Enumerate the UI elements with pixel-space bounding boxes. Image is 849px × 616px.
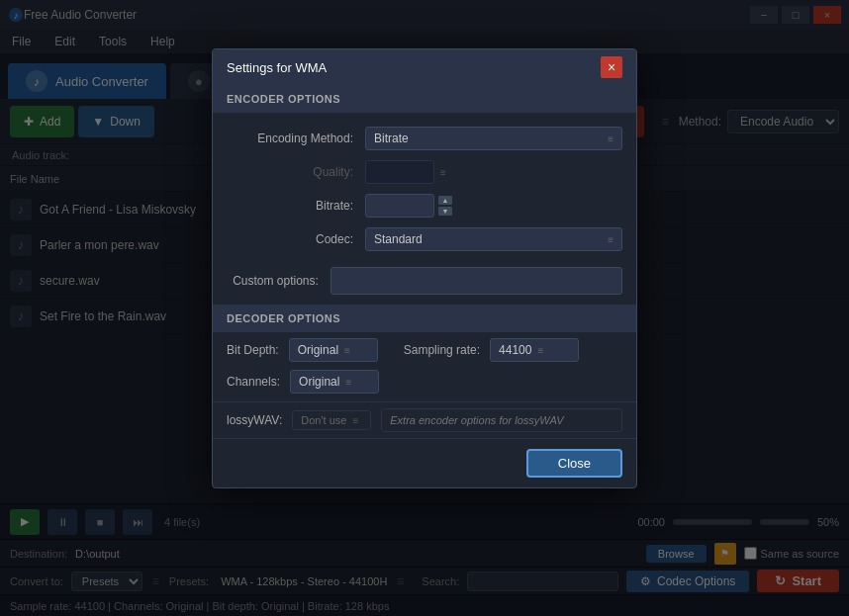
bitrate-spinner: ▲ ▼: [438, 195, 452, 217]
custom-options-input[interactable]: [330, 267, 622, 295]
channels-row: Channels: Original ≡: [213, 370, 636, 394]
custom-options-label: Custom options:: [227, 274, 330, 288]
encoder-section-title: Encoder Options: [213, 85, 636, 113]
encoding-method-label: Encoding Method:: [227, 132, 365, 145]
settings-modal: Settings for WMA × Encoder Options Encod…: [212, 48, 637, 488]
lossy-chevron: ≡: [352, 415, 358, 426]
bitrate-down[interactable]: ▼: [438, 207, 452, 216]
bit-depth-chevron: ≡: [344, 345, 350, 356]
lossy-select[interactable]: Don't use ≡: [292, 410, 371, 430]
channels-label: Channels:: [227, 375, 280, 389]
bitrate-row: Bitrate: 128 ▲ ▼: [227, 194, 622, 218]
quality-row: Quality: 75 ≡: [227, 160, 622, 184]
custom-options-section: Custom options:: [227, 267, 622, 295]
bitrate-up[interactable]: ▲: [438, 196, 452, 205]
bit-depth-label: Bit Depth:: [227, 343, 279, 357]
modal-footer: Close: [213, 438, 636, 487]
lossy-label: lossyWAV:: [227, 413, 282, 427]
channels-select[interactable]: Original ≡: [290, 370, 379, 394]
bit-depth-select[interactable]: Original ≡: [289, 338, 378, 362]
encoding-method-row: Encoding Method: Bitrate ≡: [227, 127, 622, 150]
modal-title: Settings for WMA: [227, 60, 327, 75]
modal-close-x-button[interactable]: ×: [601, 56, 622, 78]
lossy-row: lossyWAV: Don't use ≡: [213, 401, 636, 438]
modal-overlay: Settings for WMA × Encoder Options Encod…: [0, 0, 849, 616]
sampling-rate-label: Sampling rate:: [404, 343, 480, 357]
bitrate-input[interactable]: 128: [365, 194, 434, 218]
custom-options-row: Custom options:: [227, 267, 622, 295]
bitrate-label: Bitrate:: [227, 199, 365, 213]
codec-chevron: ≡: [608, 234, 613, 245]
modal-close-button[interactable]: Close: [526, 449, 622, 478]
modal-titlebar: Settings for WMA ×: [213, 49, 636, 85]
sampling-rate-chevron: ≡: [537, 345, 543, 356]
modal-encoder-body: Encoding Method: Bitrate ≡ Quality: 75 ≡…: [213, 113, 636, 267]
codec-select[interactable]: Standard ≡: [365, 227, 622, 251]
bit-depth-row: Bit Depth: Original ≡ Sampling rate: 441…: [213, 338, 636, 362]
decoder-section-title: Decoder Options: [213, 305, 636, 332]
encoding-method-select[interactable]: Bitrate ≡: [365, 127, 622, 150]
quality-eq-icon: ≡: [440, 167, 446, 178]
encoding-method-chevron: ≡: [608, 133, 613, 144]
sampling-rate-select[interactable]: 44100 ≡: [490, 338, 579, 362]
channels-chevron: ≡: [345, 377, 351, 388]
extra-lossy-input: [381, 408, 622, 432]
app: ♪ Free Audio Converter − □ × File Edit T…: [0, 0, 849, 616]
codec-label-row: Codec:: [227, 232, 365, 246]
codec-row: Codec: Standard ≡: [227, 227, 622, 251]
decoder-section-body: Bit Depth: Original ≡ Sampling rate: 441…: [213, 338, 636, 394]
quality-input: 75: [365, 160, 434, 184]
quality-label: Quality:: [227, 165, 365, 179]
